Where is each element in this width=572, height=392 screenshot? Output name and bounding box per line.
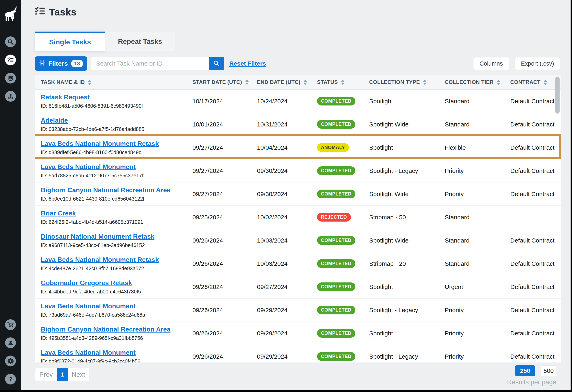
- collection-tier-cell: Standard: [445, 206, 510, 229]
- account-icon[interactable]: [5, 337, 16, 348]
- end-date-cell: 10/03/2024: [257, 229, 317, 252]
- pagination-bar: Prev 1 Next 250 500 Results per page: [21, 362, 571, 390]
- current-page-button[interactable]: 1: [57, 368, 68, 381]
- status-cell: ANOMALY: [317, 136, 369, 159]
- results-250-button[interactable]: 250: [515, 365, 535, 376]
- end-date-cell: 09/30/2024: [257, 182, 317, 205]
- collection-tier-cell: Priority: [445, 345, 510, 362]
- status-cell: COMPLETED: [317, 113, 369, 136]
- tab-bar: Single Tasks Repeat Tasks: [35, 31, 559, 51]
- scrollbar-thumb[interactable]: [555, 77, 560, 114]
- task-name-link[interactable]: Lava Beds National Monument Retask: [41, 140, 159, 147]
- task-name-cell: Dinosaur National Monument Retask ID: a9…: [41, 229, 192, 252]
- end-date-cell: 09/29/2024: [257, 298, 317, 322]
- task-name-cell: Bighorn Canyon National Recreation Area …: [41, 182, 192, 205]
- task-name-link[interactable]: Lava Beds National Monument: [41, 302, 136, 310]
- export-csv-button[interactable]: Export (.csv): [515, 57, 560, 70]
- search-submit-button[interactable]: [209, 57, 224, 70]
- column-header[interactable]: START DATE (UTC): [192, 75, 257, 89]
- magnifier-icon: [213, 60, 220, 67]
- task-id: ID: 624f26f2-4abe-4b4d-b514-a6605e371091: [41, 219, 143, 225]
- collection-type-cell: Spotlight: [369, 275, 445, 298]
- sort-arrows-icon[interactable]: [341, 80, 344, 85]
- table-row[interactable]: Lava Beds National Monument Retask ID: d…: [35, 136, 561, 159]
- table-row[interactable]: Bighorn Canyon National Recreation Area …: [35, 182, 561, 206]
- sort-arrows-icon[interactable]: [423, 80, 426, 85]
- search-input[interactable]: [91, 57, 209, 70]
- help-icon[interactable]: ?: [5, 374, 16, 384]
- status-badge: COMPLETED: [317, 120, 355, 129]
- next-page-button[interactable]: Next: [68, 368, 89, 381]
- column-header[interactable]: COLLECTION TIER: [445, 75, 510, 89]
- status-cell: COMPLETED: [317, 90, 369, 113]
- task-id: ID: 616fb481-a506-4606-8391-6c983493490f: [41, 103, 143, 109]
- collection-tier-cell: Standard: [445, 113, 510, 136]
- column-header[interactable]: END DATE (UTC): [257, 75, 317, 89]
- toolbar: Filters 13 Reset Filters Columns Export …: [35, 56, 560, 71]
- start-date-cell: 09/25/2024: [192, 206, 257, 229]
- status-badge: REJECTED: [317, 213, 351, 221]
- tab-single-tasks[interactable]: Single Tasks: [35, 31, 105, 51]
- task-id: ID: a9687113-9ce5-43cc-81eb-3ad96be46152: [41, 242, 145, 248]
- column-header[interactable]: TASK NAME & ID: [41, 75, 192, 89]
- table-row[interactable]: Lava Beds National Monument ID: 5ad78825…: [35, 159, 561, 182]
- sort-arrows-icon[interactable]: [304, 80, 307, 85]
- table-row[interactable]: Bighorn Canyon National Recreation Area …: [35, 322, 561, 345]
- results-500-button[interactable]: 500: [541, 365, 556, 376]
- table-row[interactable]: Lava Beds National Monument ID: db9f6872…: [35, 345, 561, 362]
- status-cell: COMPLETED: [317, 182, 369, 205]
- table-row[interactable]: Briar Creek ID: 624f26f2-4abe-4b4d-b514-…: [35, 206, 561, 229]
- ground-target-icon[interactable]: [5, 91, 16, 102]
- tasks-checklist-icon: [35, 6, 45, 18]
- task-name-cell: Briar Creek ID: 624f26f2-4abe-4b4d-b514-…: [41, 206, 192, 229]
- table-row[interactable]: Retask Request ID: 616fb481-a506-4606-83…: [35, 90, 561, 113]
- task-id: ID: 5ad78825-c6b5-4112-9077-5c755c37e17f: [41, 173, 143, 179]
- task-name-link[interactable]: Bighorn Canyon National Recreation Area: [41, 326, 170, 333]
- task-name-link[interactable]: Bighorn Canyon National Recreation Area: [41, 186, 170, 194]
- column-header[interactable]: CONTRACT: [510, 75, 561, 89]
- reset-filters-link[interactable]: Reset Filters: [229, 60, 266, 67]
- task-name-link[interactable]: Dinosaur National Monument Retask: [41, 233, 154, 240]
- task-name-link[interactable]: Retask Request: [41, 94, 90, 101]
- task-name-link[interactable]: Lava Beds National Monument: [41, 349, 136, 356]
- table-row[interactable]: Adelaide ID: 03238abb-72cb-4de6-a7f5-1d7…: [35, 113, 561, 136]
- collection-type-cell: Spotlight: [369, 90, 445, 113]
- column-header[interactable]: COLLECTION TYPE: [369, 75, 445, 89]
- table-row[interactable]: Lava Beds National Monument ID: 73ad69a7…: [35, 298, 561, 322]
- task-name-link[interactable]: Lava Beds National Monument: [41, 163, 136, 171]
- sort-arrows-icon[interactable]: [88, 80, 91, 85]
- status-cell: COMPLETED: [317, 298, 369, 322]
- tab-repeat-tasks[interactable]: Repeat Tasks: [105, 31, 175, 51]
- cart-icon[interactable]: [5, 319, 16, 330]
- data-layers-icon[interactable]: [5, 73, 16, 83]
- settings-icon[interactable]: [5, 356, 16, 366]
- column-header[interactable]: STATUS: [317, 75, 369, 89]
- collection-type-cell: Spotlight - Legacy: [369, 345, 445, 362]
- end-date-cell: 10/31/2024: [257, 113, 317, 136]
- task-name-link[interactable]: Gobernador Gregores Retask: [41, 279, 132, 287]
- table-row[interactable]: Gobernador Gregores Retask ID: 4e4bbded-…: [35, 275, 561, 298]
- sidebar-nav-bottom: ?: [0, 319, 21, 384]
- task-id: ID: 8b0ee10d-6621-4430-810e-cd656043122f: [41, 196, 144, 202]
- task-name-link[interactable]: Adelaide: [41, 117, 68, 124]
- task-name-link[interactable]: Lava Beds National Monument Retask: [41, 256, 159, 264]
- collection-tier-cell: Priority: [445, 298, 510, 322]
- start-date-cell: 09/26/2024: [192, 275, 257, 298]
- table-row[interactable]: Dinosaur National Monument Retask ID: a9…: [35, 229, 561, 252]
- prev-page-button[interactable]: Prev: [35, 368, 57, 381]
- sliders-icon: [39, 60, 45, 67]
- capella-logo-icon[interactable]: [3, 4, 18, 24]
- contract-cell: Default Contract: [510, 298, 561, 322]
- search-icon[interactable]: [5, 36, 16, 47]
- contract-cell: [510, 206, 561, 229]
- tasks-icon[interactable]: [5, 55, 16, 65]
- collection-type-cell: Spotlight - Legacy: [369, 159, 445, 182]
- sort-arrows-icon[interactable]: [245, 80, 249, 85]
- table-row[interactable]: Lava Beds National Monument Retask ID: 4…: [35, 252, 561, 275]
- task-name-link[interactable]: Briar Creek: [41, 210, 76, 217]
- sort-arrows-icon[interactable]: [544, 80, 547, 85]
- filters-button[interactable]: Filters 13: [35, 56, 87, 71]
- sort-arrows-icon[interactable]: [497, 80, 500, 85]
- collection-type-cell: Spotlight: [369, 136, 445, 159]
- columns-button[interactable]: Columns: [473, 57, 509, 70]
